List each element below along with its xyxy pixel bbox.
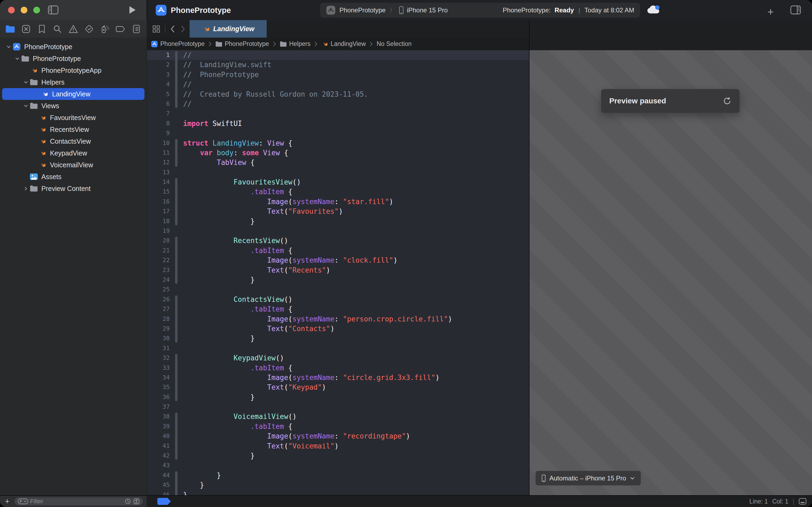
fold-ribbon[interactable]: [172, 470, 183, 480]
line-number[interactable]: 45: [147, 480, 172, 490]
fold-ribbon[interactable]: [172, 99, 183, 109]
code-line-25[interactable]: 25: [147, 285, 529, 294]
code-line-43[interactable]: 43: [147, 460, 529, 470]
fold-ribbon[interactable]: [172, 265, 183, 275]
code-line-18[interactable]: 18 }: [147, 216, 529, 226]
line-number[interactable]: 5: [147, 90, 172, 99]
fold-ribbon[interactable]: [172, 402, 183, 412]
code-line-10[interactable]: 10struct LandingView: View {: [147, 138, 529, 148]
fold-ribbon[interactable]: [172, 480, 183, 490]
code-line-6[interactable]: 6//: [147, 99, 529, 109]
breadcrumb-item-no-selection[interactable]: No Selection: [376, 40, 411, 48]
fold-ribbon[interactable]: [172, 304, 183, 314]
line-number[interactable]: 29: [147, 324, 172, 334]
close-window-button[interactable]: [8, 7, 15, 13]
code-line-19[interactable]: 19: [147, 226, 529, 236]
fold-ribbon[interactable]: [172, 382, 183, 392]
line-number[interactable]: 9: [147, 128, 172, 138]
fold-ribbon[interactable]: [172, 314, 183, 324]
tree-item-helpers[interactable]: Helpers: [0, 76, 147, 88]
run-button[interactable]: [128, 5, 136, 14]
breadcrumb-item-helpers[interactable]: Helpers: [280, 40, 310, 48]
code-line-20[interactable]: 20 RecentsView(): [147, 236, 529, 245]
line-number[interactable]: 13: [147, 168, 172, 177]
line-number[interactable]: 21: [147, 246, 172, 256]
code-line-16[interactable]: 16 Image(systemName: "star.fill"): [147, 197, 529, 207]
destination-name[interactable]: iPhone 15 Pro: [407, 6, 448, 14]
debug-navigator-icon[interactable]: [100, 23, 110, 35]
code-line-8[interactable]: 8import SwiftUI: [147, 119, 529, 128]
code-line-4[interactable]: 4//: [147, 79, 529, 89]
filter-input[interactable]: [30, 498, 123, 505]
add-file-button[interactable]: +: [0, 497, 14, 505]
fold-ribbon[interactable]: [172, 236, 183, 245]
code-line-46[interactable]: 46}: [147, 490, 529, 496]
reports-navigator-icon[interactable]: [131, 23, 142, 35]
line-number[interactable]: 2: [147, 60, 172, 69]
disclosure-chevron-icon[interactable]: [22, 187, 30, 191]
related-items-icon[interactable]: [152, 25, 161, 33]
navigator-filter-field[interactable]: [14, 497, 143, 505]
line-number[interactable]: 16: [147, 197, 172, 207]
fold-ribbon[interactable]: [172, 373, 183, 382]
code-line-11[interactable]: 11 var body: some View {: [147, 148, 529, 158]
breadcrumb-item-phoneprototype[interactable]: PhonePrototype: [215, 40, 269, 48]
code-line-41[interactable]: 41 Text("Voicemail"): [147, 441, 529, 451]
filter-menu-icon[interactable]: [18, 498, 28, 504]
tree-item-preview-content[interactable]: Preview Content: [0, 183, 147, 194]
code-line-38[interactable]: 38 VoicemailView(): [147, 412, 529, 421]
tests-navigator-icon[interactable]: [84, 23, 95, 35]
code-line-22[interactable]: 22 Image(systemName: "clock.fill"): [147, 256, 529, 265]
scheme-name[interactable]: PhonePrototype: [339, 6, 386, 14]
line-number[interactable]: 27: [147, 304, 172, 314]
line-number[interactable]: 14: [147, 177, 172, 187]
editor-display-icon[interactable]: [799, 498, 807, 505]
line-number[interactable]: 30: [147, 334, 172, 343]
tree-item-contactsview[interactable]: ContactsView: [0, 135, 147, 147]
fold-ribbon[interactable]: [172, 138, 183, 148]
line-number[interactable]: 46: [147, 490, 172, 496]
zoom-window-button[interactable]: [33, 7, 40, 13]
line-number[interactable]: 28: [147, 314, 172, 324]
line-number[interactable]: 6: [147, 99, 172, 109]
tree-item-phoneprototypeapp[interactable]: PhonePrototypeApp: [0, 64, 147, 76]
fold-ribbon[interactable]: [172, 324, 183, 334]
line-number[interactable]: 10: [147, 138, 172, 148]
line-number[interactable]: 17: [147, 207, 172, 216]
fold-ribbon[interactable]: [172, 226, 183, 236]
line-number[interactable]: 18: [147, 216, 172, 226]
tree-item-recentsview[interactable]: RecentsView: [0, 123, 147, 135]
fold-ribbon[interactable]: [172, 60, 183, 69]
fold-ribbon[interactable]: [172, 451, 183, 460]
line-number[interactable]: 11: [147, 148, 172, 158]
fold-ribbon[interactable]: [172, 90, 183, 99]
code-line-33[interactable]: 33 .tabItem {: [147, 363, 529, 373]
code-line-42[interactable]: 42 }: [147, 451, 529, 460]
resume-preview-icon[interactable]: [723, 97, 732, 105]
line-number[interactable]: 32: [147, 353, 172, 363]
code-line-2[interactable]: 2// LandingView.swift: [147, 60, 529, 69]
find-navigator-icon[interactable]: [52, 23, 63, 35]
line-number[interactable]: 34: [147, 373, 172, 382]
code-line-32[interactable]: 32 KeypadView(): [147, 353, 529, 363]
line-number[interactable]: 8: [147, 119, 172, 128]
source-editor[interactable]: 1//2// LandingView.swift3// PhonePrototy…: [147, 50, 529, 496]
fold-ribbon[interactable]: [172, 109, 183, 118]
line-number[interactable]: 20: [147, 236, 172, 245]
fold-ribbon[interactable]: [172, 158, 183, 167]
tree-item-views[interactable]: Views: [0, 100, 147, 112]
line-number[interactable]: 15: [147, 187, 172, 196]
fold-ribbon[interactable]: [172, 431, 183, 441]
line-number[interactable]: 35: [147, 382, 172, 392]
line-number[interactable]: 19: [147, 226, 172, 236]
line-number[interactable]: 41: [147, 441, 172, 451]
fold-ribbon[interactable]: [172, 50, 183, 60]
disclosure-chevron-icon[interactable]: [13, 57, 21, 61]
fold-ribbon[interactable]: [172, 187, 183, 196]
code-line-13[interactable]: 13: [147, 168, 529, 177]
tree-item-phoneprototype[interactable]: PhonePrototype: [0, 53, 147, 64]
tree-item-keypadview[interactable]: KeypadView: [0, 147, 147, 159]
fold-ribbon[interactable]: [172, 128, 183, 138]
fold-ribbon[interactable]: [172, 285, 183, 294]
breadcrumb-item-landingview[interactable]: LandingView: [321, 40, 366, 48]
